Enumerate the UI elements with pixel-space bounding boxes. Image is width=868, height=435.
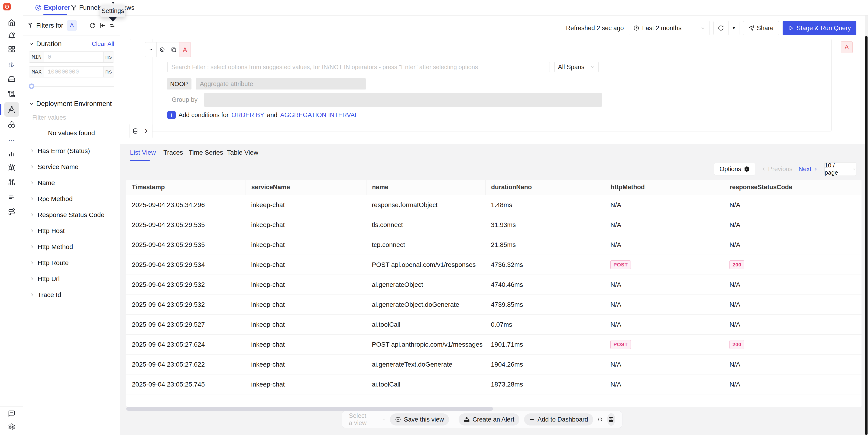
vertical-scrollbar[interactable]	[865, 15, 868, 435]
share-button[interactable]: Share	[743, 21, 779, 35]
filter-section-row[interactable]: Http Method	[23, 239, 120, 255]
page-size-select[interactable]: 10 / page	[825, 162, 857, 176]
signoz-logo[interactable]	[3, 3, 11, 10]
cell-http-method: N/A	[605, 195, 724, 215]
column-header[interactable]: Timestamp	[126, 180, 246, 195]
filter-section-row[interactable]: Response Status Code	[23, 207, 120, 223]
aggregate-operator-select[interactable]: NOOP	[167, 78, 191, 90]
column-header[interactable]: name	[366, 180, 485, 195]
table-row[interactable]: 2025-09-04 23:05:29.535 inkeep-chat tcp.…	[126, 235, 862, 255]
column-header[interactable]: serviceName	[246, 180, 366, 195]
slider-handle[interactable]	[29, 83, 34, 89]
chevron-down-icon[interactable]	[29, 101, 34, 106]
filter-section-row[interactable]: Http Host	[23, 223, 120, 239]
previous-page-button[interactable]: Previous	[761, 166, 792, 173]
filter-section-row[interactable]: Trace Id	[23, 287, 120, 303]
duration-max-input[interactable]	[44, 67, 103, 77]
column-header[interactable]: responseStatusCode	[724, 180, 862, 195]
formula-sigma-button[interactable]: Σ	[141, 124, 153, 138]
app-sidebar	[0, 0, 23, 435]
infrastructure-icon[interactable]	[8, 75, 16, 83]
deployment-filter-input[interactable]	[29, 112, 114, 123]
collapse-query-button[interactable]	[145, 42, 157, 57]
toggle-query-visibility-button[interactable]	[156, 42, 168, 57]
column-header[interactable]: httpMethod	[605, 180, 724, 195]
sync-icon[interactable]	[90, 23, 96, 29]
time-range-select[interactable]: Last 2 months	[629, 21, 710, 35]
vertical-scrollbar-thumb[interactable]	[865, 36, 868, 435]
exceptions-bug-icon[interactable]	[8, 164, 16, 172]
table-row[interactable]: 2025-09-04 23:05:29.532 inkeep-chat ai.g…	[126, 295, 862, 315]
query-badge-a[interactable]: A	[67, 20, 77, 31]
column-header[interactable]: durationNano	[485, 180, 605, 195]
table-row[interactable]: 2025-09-04 23:05:29.535 inkeep-chat tls.…	[126, 215, 862, 235]
save-view-button[interactable]: Save this view	[390, 413, 449, 426]
logs-icon[interactable]	[8, 90, 16, 98]
table-row[interactable]: 2025-09-04 23:05:29.534 inkeep-chat POST…	[126, 255, 862, 275]
duration-min-input[interactable]	[44, 52, 103, 62]
refresh-button[interactable]	[714, 21, 728, 35]
tab-funnels-label: Funnels	[79, 4, 102, 11]
filter-section-row[interactable]: Http Route	[23, 255, 120, 271]
query-result-badge[interactable]: A	[841, 41, 853, 53]
settings-gear-icon[interactable]	[8, 423, 16, 431]
min-label: MIN	[29, 52, 44, 62]
share-label: Share	[757, 25, 774, 32]
get-started-pointer-icon[interactable]	[8, 61, 16, 69]
explorer-binoculars-icon[interactable]	[8, 178, 16, 187]
table-row[interactable]: 2025-09-04 23:05:25.745 inkeep-chat ai.t…	[126, 374, 862, 394]
sliders-icon[interactable]	[109, 23, 115, 29]
filter-section-row[interactable]: Name	[23, 175, 120, 191]
order-by-link[interactable]: ORDER BY	[231, 111, 264, 119]
collapse-panel-icon[interactable]	[99, 23, 105, 29]
chevron-down-icon[interactable]	[29, 41, 34, 46]
add-condition-button[interactable]: +	[167, 111, 176, 119]
shortcut-panel-button[interactable]	[607, 413, 615, 426]
support-chat-icon[interactable]	[8, 410, 16, 417]
horizontal-scrollbar-thumb[interactable]	[126, 407, 493, 411]
table-row[interactable]: 2025-09-04 23:05:29.527 inkeep-chat ai.t…	[126, 315, 862, 335]
select-view-dropdown[interactable]: Select a view	[349, 412, 385, 427]
span-scope-select[interactable]: All Spans	[554, 62, 598, 72]
filter-section-row[interactable]: Service Name	[23, 159, 120, 175]
traces-icon[interactable]	[8, 105, 16, 113]
options-button[interactable]: Options	[714, 163, 755, 175]
cell-status-code: N/A	[724, 275, 862, 295]
integrations-route-icon[interactable]	[8, 208, 16, 215]
add-to-dashboard-button[interactable]: Add to Dashboard	[524, 413, 593, 426]
tab-table-view[interactable]: Table View	[227, 149, 258, 156]
table-row[interactable]: 2025-09-04 23:05:27.622 inkeep-chat ai.g…	[126, 355, 862, 374]
stage-run-query-button[interactable]: Stage & Run Query	[783, 21, 857, 35]
query-db-button[interactable]	[129, 124, 141, 138]
clone-query-button[interactable]	[168, 42, 179, 57]
refresh-caret-button[interactable]: ▼	[728, 21, 739, 35]
table-row[interactable]: 2025-09-04 23:05:27.624 inkeep-chat POST…	[126, 335, 862, 355]
filter-section-row[interactable]: Rpc Method	[23, 191, 120, 207]
tab-traces[interactable]: Traces	[163, 149, 183, 156]
home-icon[interactable]	[8, 19, 16, 27]
aggregate-attribute-input[interactable]: Aggregate attribute	[196, 78, 366, 90]
more-ellipsis-icon[interactable]	[8, 137, 16, 144]
filter-section-row[interactable]: Http Url	[23, 271, 120, 287]
aggregation-interval-link[interactable]: AGGREGATION INTERVAL	[280, 111, 358, 119]
table-row[interactable]: 2025-09-04 23:05:29.532 inkeep-chat ai.g…	[126, 275, 862, 295]
alerts-bell-icon[interactable]	[8, 32, 16, 40]
create-alert-button[interactable]: Create an Alert	[459, 413, 519, 426]
next-page-button[interactable]: Next	[798, 166, 818, 173]
tab-explorer[interactable]: Explorer	[35, 0, 70, 15]
clear-all-link[interactable]: Clear All	[92, 40, 114, 47]
filter-section-row[interactable]: Has Error (Status)	[23, 143, 120, 159]
duration-slider[interactable]	[29, 83, 114, 89]
table-row[interactable]: 2025-09-04 23:05:34.296 inkeep-chat resp…	[126, 195, 862, 215]
list-icon[interactable]	[8, 193, 16, 201]
tab-list-view[interactable]: List View	[130, 149, 156, 156]
search-filter-input[interactable]	[167, 62, 550, 72]
group-by-input[interactable]	[204, 93, 602, 107]
tab-funnels[interactable]: Funnels	[70, 0, 102, 15]
info-icon[interactable]	[598, 416, 602, 423]
services-boxes-icon[interactable]	[8, 121, 16, 129]
query-label-chip[interactable]: A	[179, 42, 191, 57]
tab-time-series[interactable]: Time Series	[189, 149, 223, 156]
dashboards-grid-icon[interactable]	[8, 45, 16, 53]
metrics-chart-icon[interactable]	[8, 149, 16, 157]
